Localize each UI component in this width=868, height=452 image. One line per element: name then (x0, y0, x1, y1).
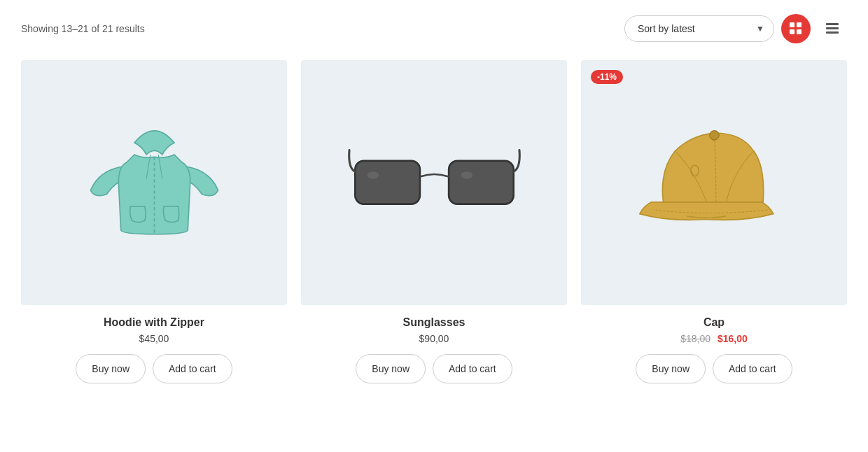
buy-now-button-sunglasses[interactable]: Buy now (356, 354, 426, 383)
hoodie-image (68, 103, 241, 262)
sort-select[interactable]: Sort by latest Sort by price: low to hig… (624, 15, 774, 42)
svg-rect-10 (355, 161, 420, 204)
original-price-cap: $18,00 (680, 333, 710, 344)
grid-icon (790, 22, 802, 35)
product-price-sunglasses: $90,00 (419, 333, 449, 344)
svg-rect-1 (797, 22, 802, 27)
toolbar-right: Sort by latest Sort by price: low to hig… (624, 14, 847, 43)
results-text: Showing 13–21 of 21 results (21, 23, 145, 34)
buy-now-button-cap[interactable]: Buy now (636, 354, 706, 383)
product-card-cap: -11% Cap (581, 60, 847, 383)
discount-badge-cap: -11% (591, 70, 623, 84)
product-image-hoodie (21, 60, 287, 305)
product-image-sunglasses (301, 60, 567, 305)
product-name-sunglasses: Sunglasses (403, 316, 465, 329)
product-name-cap: Cap (704, 316, 724, 329)
add-to-cart-button-sunglasses[interactable]: Add to cart (433, 354, 512, 383)
svg-rect-11 (449, 161, 514, 204)
product-price-hoodie: $45,00 (139, 333, 169, 344)
svg-point-13 (461, 172, 472, 179)
product-name-hoodie: Hoodie with Zipper (104, 316, 204, 329)
product-actions-sunglasses: Buy now Add to cart (301, 354, 567, 383)
svg-rect-5 (826, 27, 839, 29)
products-grid: Hoodie with Zipper $45,00 Buy now Add to… (21, 60, 847, 383)
grid-view-button[interactable] (781, 14, 811, 43)
svg-rect-0 (790, 22, 794, 27)
product-card-hoodie: Hoodie with Zipper $45,00 Buy now Add to… (21, 60, 287, 383)
product-actions-cap: Buy now Add to cart (581, 354, 847, 383)
svg-rect-3 (797, 29, 802, 34)
toolbar: Showing 13–21 of 21 results Sort by late… (21, 14, 847, 43)
sort-select-wrapper: Sort by latest Sort by price: low to hig… (624, 15, 774, 42)
product-price-cap: $18,00 $16,00 (680, 333, 748, 344)
svg-rect-2 (790, 29, 794, 34)
svg-point-14 (709, 131, 718, 140)
add-to-cart-button-hoodie[interactable]: Add to cart (153, 354, 232, 383)
sunglasses-image (348, 103, 521, 262)
svg-rect-4 (826, 23, 839, 25)
svg-rect-6 (826, 31, 839, 34)
product-image-cap: -11% (581, 60, 847, 305)
buy-now-button-hoodie[interactable]: Buy now (76, 354, 146, 383)
list-view-button[interactable] (818, 14, 847, 43)
product-card-sunglasses: Sunglasses $90,00 Buy now Add to cart (301, 60, 567, 383)
add-to-cart-button-cap[interactable]: Add to cart (713, 354, 792, 383)
product-actions-hoodie: Buy now Add to cart (21, 354, 287, 383)
svg-point-12 (367, 172, 378, 179)
cap-image (628, 103, 801, 262)
list-icon (826, 22, 839, 35)
sale-price-cap: $16,00 (718, 333, 748, 344)
